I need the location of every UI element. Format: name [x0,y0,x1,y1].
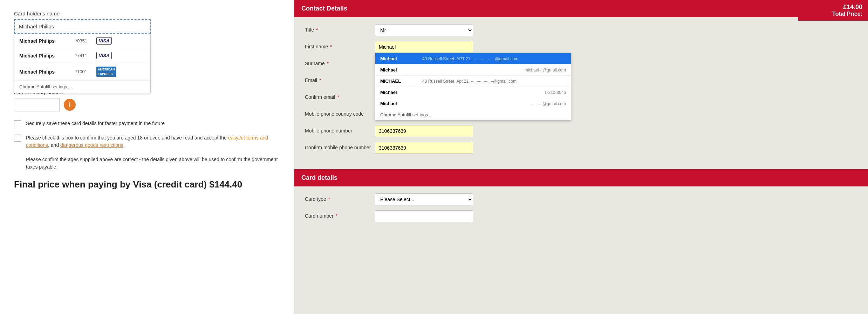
card-type-label: Card type * [305,193,375,202]
card-number-input[interactable] [375,210,473,222]
ac-name-5: Michael [380,101,415,106]
info-icon-label: i [69,101,70,109]
ac-item-4[interactable]: Michael 1-310-3046 [375,87,571,98]
email-label: Email * [305,75,375,83]
mobile-country-label: Mobile phone country code [305,108,375,117]
autofill-num-3: *1001 [75,69,93,74]
save-card-row: Securely save these card details for fas… [14,120,280,127]
price-top: £14.00 [804,4,862,11]
dangerous-goods-link[interactable]: dangerous goods restrictions [60,142,123,148]
firstname-input[interactable] [375,41,473,53]
autofill-name-1: Michael Philips [19,38,75,44]
ac-item-5[interactable]: Michael ···········@gmail.com [375,98,571,109]
right-panel: £14.00 Total Price: Contact Details Titl… [294,0,868,314]
ac-name-2: Michael [380,67,415,73]
autofill-num-2: *7411 [75,53,93,58]
card-type-row: Card type * Please Select... Visa Master… [305,193,857,205]
amex-logo-1: AMERICANEXPRESS [96,67,116,77]
confirm-ages-text: Please confirm the ages supplied above a… [26,156,280,171]
autofill-dropdown: Michael Philips *0351 VISA Michael Phili… [14,34,151,93]
ac-detail-3: 40 Russell Street, Apt 21, ·············… [422,79,566,84]
ac-email-5: ···········@gmail.com [529,101,566,106]
card-holder-input-wrapper [14,19,151,34]
contact-details-form: Title * Mr Mrs Ms Dr First name * [294,17,868,169]
firstname-row: First name * Michael 40 Russell Street, … [305,41,857,53]
info-icon[interactable]: i [64,99,76,111]
autofill-item-1[interactable]: Michael Philips *0351 VISA [14,34,150,48]
age-confirm-text: Please check this box to confirm that yo… [26,134,280,149]
card-number-required-star: * [336,213,337,219]
visa-logo-1: VISA [96,37,112,45]
contact-details-header: Contact Details [294,0,868,17]
card-details-header: Card details [294,169,868,186]
confirm-mobile-input[interactable] [375,142,473,154]
ac-item-1[interactable]: Michael 40 Russell Street, APT 21, ·····… [375,53,571,64]
contact-details-block: Contact Details Title * Mr Mrs Ms Dr Fir… [294,0,868,169]
final-price: Final price when paying by Visa (credit … [14,179,280,190]
card-number-label: Card number * [305,210,375,219]
ac-name-4: Michael [380,90,415,95]
autofill-item-2[interactable]: Michael Philips *7411 VISA [14,48,150,63]
ac-item-2[interactable]: Michael michael···@gmail.com [375,64,571,76]
checkbox-section: Securely save these card details for fas… [14,120,280,149]
title-label: Title * [305,24,375,33]
ac-name-1: Michael [380,56,415,61]
ac-item-3[interactable]: MICHAEL 40 Russell Street, Apt 21, ·····… [375,76,571,87]
confirm-mobile-row: Confirm mobile phone number [305,142,857,154]
confirm-email-required-star: * [337,94,339,100]
mobile-phone-label: Mobile phone number [305,125,375,134]
autofill-item-3[interactable]: Michael Philips *1001 AMERICANEXPRESS [14,63,150,81]
card-holder-label: Card holder's name [14,11,280,16]
confirm-email-label: Confirm email * [305,91,375,100]
chrome-autofill-settings-left[interactable]: Chrome Autofill settings... [14,81,150,93]
card-type-select[interactable]: Please Select... Visa Mastercard Amex [375,193,473,205]
period-text: . [123,142,125,148]
firstname-required-star: * [330,44,332,49]
firstname-label: First name * [305,41,375,49]
ac-email-4: 1-310-3046 [545,90,566,95]
surname-label: Surname * [305,58,375,66]
left-panel: Card holder's name Michael Philips *0351… [0,0,294,314]
title-required-star: * [316,27,318,33]
and-text: , and [48,142,60,148]
ac-name-3: MICHAEL [380,78,415,84]
total-price-label: Total Price: [804,11,862,17]
ac-email-2: michael···@gmail.com [525,68,566,73]
top-price-corner: £14.00 Total Price: [798,0,868,21]
card-type-required-star: * [328,196,330,202]
mobile-phone-input[interactable] [375,125,473,137]
chrome-autofill-settings-right[interactable]: Chrome Autofill settings... [375,109,571,120]
firstname-wrapper: Michael 40 Russell Street, APT 21, ·····… [375,41,515,53]
cvv-row: i [14,98,280,111]
title-row: Title * Mr Mrs Ms Dr [305,24,857,36]
autofill-num-1: *0351 [75,38,93,43]
age-confirm-row: Please check this box to confirm that yo… [14,134,280,149]
surname-required-star: * [327,61,329,66]
autofill-name-3: Michael Philips [19,69,75,75]
age-confirm-prefix: Please check this box to confirm that yo… [26,135,228,141]
save-card-text: Securely save these card details for fas… [26,120,165,127]
card-holder-input[interactable] [19,23,146,29]
email-required-star: * [319,77,321,83]
autofill-name-2: Michael Philips [19,53,75,59]
firstname-autocomplete: Michael 40 Russell Street, APT 21, ·····… [375,53,571,121]
ac-detail-1: 40 Russell Street, APT 21, ·············… [422,56,566,61]
confirm-mobile-label: Confirm mobile phone number [305,142,375,150]
mobile-phone-row: Mobile phone number [305,125,857,137]
cvv-input[interactable] [14,98,60,111]
card-details-form: Card type * Please Select... Visa Master… [294,193,868,238]
card-number-row: Card number * [305,210,857,222]
save-card-checkbox[interactable] [14,120,21,127]
title-select[interactable]: Mr Mrs Ms Dr [375,24,473,36]
card-details-block: Card details Card type * Please Select..… [294,169,868,238]
visa-logo-2: VISA [96,52,112,59]
age-confirm-checkbox[interactable] [14,135,21,142]
